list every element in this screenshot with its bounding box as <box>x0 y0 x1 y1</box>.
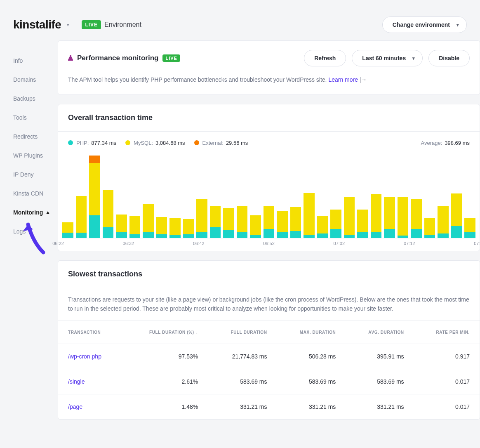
chevron-down-icon[interactable]: ▾ <box>67 22 69 28</box>
cell-full: 583.69 ms <box>208 369 277 394</box>
cell-max: 331.21 ms <box>277 394 346 420</box>
chart-bar <box>103 190 114 238</box>
chart-bar <box>277 211 288 238</box>
chart-bar <box>237 206 248 238</box>
sidebar: Info Domains Backups Tools Redirects WP … <box>0 40 58 429</box>
table-row: /page1.48%331.21 ms331.21 ms331.21 ms0.0… <box>58 394 480 420</box>
sidebar-item-ip-deny[interactable]: IP Deny <box>13 165 58 184</box>
chart-bar <box>464 218 475 238</box>
cell-avg: 583.69 ms <box>346 369 414 394</box>
panel-description: The APM tool helps you identify PHP perf… <box>58 75 480 94</box>
col-rate-per-min[interactable]: RATE PER MIN. <box>414 321 480 344</box>
col-avg-duration[interactable]: AVG. DURATION <box>346 321 414 344</box>
chart-bar <box>398 197 409 238</box>
cell-pct: 1.48% <box>124 394 208 420</box>
topbar: kinstalife ▾ LIVE Environment Change env… <box>0 0 480 40</box>
legend-dot-mysql <box>125 140 130 145</box>
x-tick: 06:32 <box>123 241 134 246</box>
chart-bar <box>344 197 355 238</box>
col-transaction[interactable]: TRANSACTION <box>58 321 124 344</box>
chart-x-axis: 06:2206:3206:4206:5207:0207:1207:22 <box>58 238 480 251</box>
sidebar-item-tools[interactable]: Tools <box>13 108 58 127</box>
transaction-link[interactable]: /single <box>68 378 85 385</box>
chart-bar <box>317 216 328 238</box>
cell-rate: 0.017 <box>414 369 480 394</box>
chart-bar <box>411 199 422 238</box>
change-environment-button[interactable]: Change environment ▾ <box>382 17 467 33</box>
table-row: /single2.61%583.69 ms583.69 ms583.69 ms0… <box>58 369 480 394</box>
learn-more-link[interactable]: Learn more <box>328 76 358 83</box>
chart-bar <box>196 199 207 238</box>
x-tick: 06:22 <box>52 241 64 246</box>
cell-rate: 0.917 <box>414 344 480 369</box>
section-title: Overall transaction time <box>68 113 470 122</box>
x-tick: 07:12 <box>404 241 415 246</box>
cell-avg: 395.91 ms <box>346 344 414 369</box>
chart-bar <box>371 194 382 238</box>
cell-pct: 2.61% <box>124 369 208 394</box>
cell-max: 583.69 ms <box>277 369 346 394</box>
time-range-label: Last 60 minutes <box>362 55 406 61</box>
col-full-duration-pct[interactable]: FULL DURATION (%)↓ <box>124 321 208 344</box>
chart-bar <box>357 210 368 238</box>
chart-bar <box>424 218 435 238</box>
brand-name: kinstalife <box>13 18 61 31</box>
chart-bar <box>250 215 261 238</box>
live-badge: LIVE <box>162 54 180 62</box>
chart-bar <box>183 219 194 238</box>
flask-icon <box>68 55 73 62</box>
section-title: Slowest transactions <box>68 270 470 278</box>
chart-bar <box>223 208 234 238</box>
change-environment-label: Change environment <box>393 21 450 28</box>
time-range-button[interactable]: Last 60 minutes ▾ <box>352 50 423 66</box>
cell-avg: 331.21 ms <box>346 394 414 420</box>
chart-bar <box>290 207 301 238</box>
transaction-link[interactable]: /wp-cron.php <box>68 353 101 360</box>
chart-bar <box>129 216 141 238</box>
legend-dot-php <box>68 140 73 145</box>
sidebar-item-backups[interactable]: Backups <box>13 89 58 108</box>
chart-bar <box>264 206 275 238</box>
chart-bar <box>384 197 395 238</box>
overall-transaction-panel: Overall transaction time PHP:877.34 ms M… <box>58 104 480 251</box>
col-max-duration[interactable]: MAX. DURATION <box>277 321 346 344</box>
chart-bar <box>116 215 127 238</box>
sidebar-item-domains[interactable]: Domains <box>13 70 58 89</box>
table-row: /wp-cron.php97.53%21,774.83 ms506.28 ms3… <box>58 344 480 369</box>
cell-full: 331.21 ms <box>208 394 277 420</box>
disable-button[interactable]: Disable <box>428 50 470 66</box>
sidebar-item-kinsta-cdn[interactable]: Kinsta CDN <box>13 184 58 203</box>
section-description: Transactions are requests to your site (… <box>58 288 480 321</box>
col-full-duration[interactable]: FULL DURATION <box>208 321 277 344</box>
chart-bar <box>304 193 315 238</box>
slowest-transactions-table: TRANSACTION FULL DURATION (%)↓ FULL DURA… <box>58 321 480 419</box>
sort-descending-icon: ↓ <box>196 330 198 335</box>
cell-rate: 0.017 <box>414 394 480 420</box>
sidebar-item-label: Monitoring <box>13 209 43 216</box>
performance-panel: Performance monitoring LIVE Refresh Last… <box>58 40 480 95</box>
x-tick: 06:42 <box>193 241 205 246</box>
sidebar-item-redirects[interactable]: Redirects <box>13 127 58 146</box>
environment-label: Environment <box>104 21 141 28</box>
legend-dot-external <box>194 140 199 145</box>
chart-bar <box>76 196 87 238</box>
sidebar-item-wp-plugins[interactable]: WP Plugins <box>13 146 58 165</box>
chevron-down-icon: ▾ <box>456 22 459 28</box>
live-badge: LIVE <box>82 20 101 29</box>
cell-full: 21,774.83 ms <box>208 344 277 369</box>
chart-legend: PHP:877.34 ms MySQL:3,084.68 ms External… <box>58 132 480 152</box>
chart-bar <box>62 222 73 238</box>
flask-icon <box>46 211 49 214</box>
x-tick: 07:02 <box>334 241 345 246</box>
chart-bar <box>156 217 167 238</box>
arrow-annotation-icon <box>21 219 54 257</box>
transaction-link[interactable]: /page <box>68 403 82 410</box>
chart-bar <box>169 218 181 238</box>
refresh-button[interactable]: Refresh <box>304 50 346 66</box>
cell-pct: 97.53% <box>124 344 208 369</box>
chart-bar <box>330 210 341 238</box>
chart-bar <box>451 193 462 238</box>
panel-title: Performance monitoring <box>77 54 158 62</box>
chart-bar <box>210 206 221 238</box>
sidebar-item-info[interactable]: Info <box>13 51 58 70</box>
